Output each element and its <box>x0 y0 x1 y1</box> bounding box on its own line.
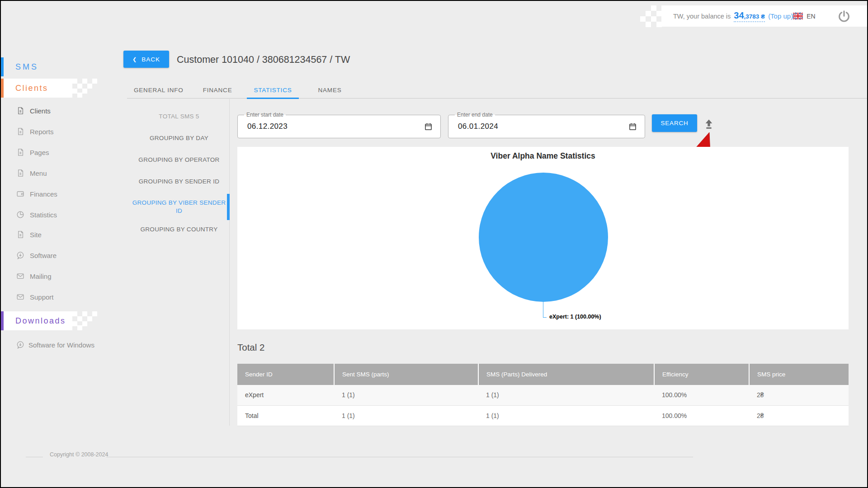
subnav-total-sms: TOTAL SMS 5 <box>130 113 228 121</box>
col-sent-sms: Sent SMS (parts) <box>334 364 478 385</box>
download-icon <box>16 251 25 260</box>
sidebar-item-software-for-windows[interactable]: Software for Windows <box>14 339 99 351</box>
sidebar-item-mailing[interactable]: Mailing <box>1 266 127 286</box>
topbar: TW, your balance is 34,3783 ₴ (Top up) E… <box>661 5 868 27</box>
end-date-input[interactable] <box>458 122 628 131</box>
col-sms-delivered: SMS (Parts) Delivered <box>478 364 654 385</box>
subnav-divider <box>229 99 230 426</box>
col-efficiency: Efficiency <box>654 364 749 385</box>
language-label: EN <box>807 13 815 20</box>
language-selector[interactable]: EN <box>793 13 815 20</box>
clients-accent-bar <box>1 79 4 98</box>
pie-label-connector <box>543 317 547 318</box>
sidebar-item-menu[interactable]: Menu <box>1 163 127 183</box>
pie-chart-icon <box>16 210 25 219</box>
pixel-decoration <box>72 311 98 330</box>
sms-accent-bar <box>1 57 4 76</box>
sidebar-section-downloads-label: Downloads <box>15 316 66 326</box>
pixel-decoration <box>72 79 98 98</box>
pie-slice-expert[interactable] <box>479 173 608 302</box>
pie-slice-label: eXpert: 1 (100.00%) <box>549 314 601 320</box>
col-sender-id: Sender ID <box>237 364 334 385</box>
start-date-input[interactable] <box>247 122 424 131</box>
sidebar-item-software[interactable]: Software <box>1 245 127 266</box>
sidebar-section-sms-label: SMS <box>15 62 38 72</box>
sidebar-section-sms[interactable]: SMS <box>1 57 127 76</box>
sidebar-section-clients[interactable]: Clients <box>1 79 72 98</box>
end-date-label: Enter end date <box>455 112 495 118</box>
tab-bar: GENERAL INFO FINANCE STATISTICS NAMES <box>127 83 868 99</box>
results-table: Sender ID Sent SMS (parts) SMS (Parts) D… <box>237 364 849 426</box>
power-icon <box>837 9 851 23</box>
page-title: Customer 101040 / 380681234567 / TW <box>177 54 350 66</box>
balance-prefix: TW, your balance is <box>673 13 731 20</box>
wallet-icon <box>16 189 25 198</box>
sidebar-section-downloads[interactable]: Downloads <box>1 311 72 330</box>
calendar-icon[interactable] <box>424 122 433 131</box>
subnav-grouping-by-operator[interactable]: GROUPING BY OPERATOR <box>130 156 228 164</box>
end-date-field[interactable]: Enter end date <box>448 115 645 138</box>
logout-power-button[interactable] <box>837 9 851 23</box>
document-icon <box>16 230 25 239</box>
sidebar-item-pages[interactable]: Pages <box>1 142 127 163</box>
footer-divider <box>26 457 43 457</box>
sidebar-item-clients[interactable]: Clients <box>1 100 127 121</box>
start-date-field[interactable]: Enter start date <box>237 115 441 138</box>
tab-finance[interactable]: FINANCE <box>196 83 239 99</box>
envelope-icon <box>16 272 25 281</box>
results-total-heading: Total 2 <box>237 342 264 353</box>
footer-divider <box>106 457 693 457</box>
subnav-grouping-by-country[interactable]: GROUPING BY COUNTRY <box>130 225 228 234</box>
tab-statistics[interactable]: STATISTICS <box>247 83 298 99</box>
tab-names[interactable]: NAMES <box>311 83 349 99</box>
subnav-grouping-by-viber-sender-id[interactable]: GROUPING BY VIBER SENDER ID <box>130 199 228 215</box>
balance-fraction: ,3783 ₴ <box>744 13 765 20</box>
sidebar-item-statistics[interactable]: Statistics <box>1 204 127 225</box>
top-up-link[interactable]: (Top up) <box>768 12 793 20</box>
sidebar-item-reports[interactable]: Reports <box>1 121 127 142</box>
pie-label-connector <box>543 302 543 317</box>
app-window: TW, your balance is 34,3783 ₴ (Top up) E… <box>0 0 868 488</box>
tab-general-info[interactable]: GENERAL INFO <box>127 83 190 99</box>
table-header-row: Sender ID Sent SMS (parts) SMS (Parts) D… <box>237 364 849 385</box>
calendar-icon[interactable] <box>628 122 637 131</box>
copyright-text: Copyright © 2008-2024 <box>50 451 108 458</box>
subnav-active-indicator <box>227 194 230 220</box>
balance-whole: 34 <box>734 10 744 20</box>
download-icon <box>16 340 25 349</box>
sidebar-section-clients-label: Clients <box>15 84 48 93</box>
envelope-icon <box>16 292 25 301</box>
start-date-label: Enter start date <box>244 112 286 118</box>
subnav-grouping-by-sender-id[interactable]: GROUPING BY SENDER ID <box>130 178 228 186</box>
sidebar-item-finances[interactable]: Finances <box>1 183 127 204</box>
document-icon-label: Clients <box>30 107 51 115</box>
col-sms-price: SMS price <box>749 364 849 385</box>
sidebar-item-support[interactable]: Support <box>1 286 127 307</box>
downloads-accent-bar <box>1 311 4 330</box>
back-button[interactable]: ❮ BACK <box>123 51 169 68</box>
balance-amount-link[interactable]: 34,3783 ₴ <box>734 10 765 22</box>
table-row-total: Total 1 (1) 1 (1) 100.00% 2₴ <box>237 405 849 426</box>
subnav-grouping-by-day[interactable]: GROUPING BY DAY <box>130 134 228 142</box>
sidebar-item-site[interactable]: Site <box>1 224 127 245</box>
table-row-expert: eXpert 1 (1) 1 (1) 100.00% 2₴ <box>237 385 849 405</box>
chart-panel: Viber Alpha Name Statistics eXpert: 1 (1… <box>237 147 849 329</box>
uk-flag-icon <box>793 13 803 19</box>
chevron-left-icon: ❮ <box>132 56 137 62</box>
pixel-decoration <box>635 5 663 28</box>
chart-title: Viber Alpha Name Statistics <box>237 151 849 161</box>
